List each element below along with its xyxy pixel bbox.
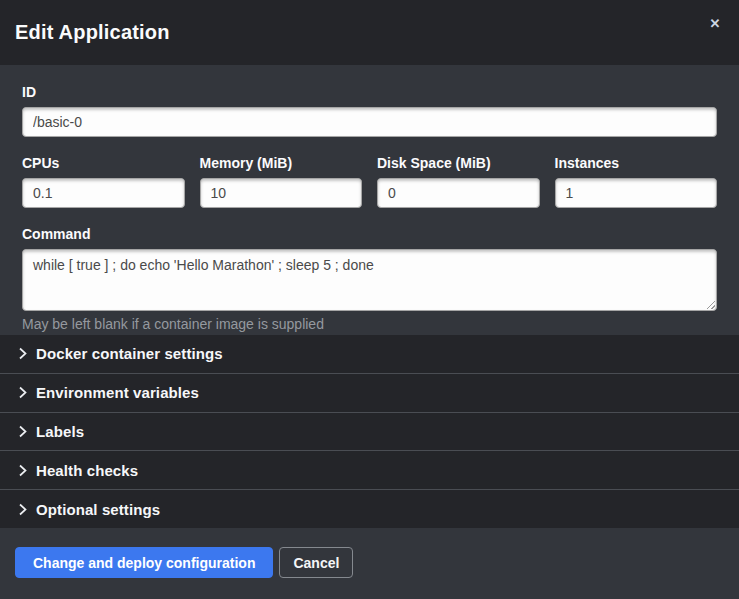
- collapsible-sections: Docker container settings Environment va…: [0, 335, 739, 528]
- cpus-field-group: CPUs: [22, 155, 185, 208]
- id-label: ID: [22, 84, 717, 100]
- section-health-checks[interactable]: Health checks: [0, 450, 739, 489]
- command-textarea[interactable]: while [ true ] ; do echo 'Hello Marathon…: [22, 249, 717, 311]
- chevron-right-icon: [18, 464, 27, 477]
- instances-input[interactable]: [555, 178, 718, 208]
- section-label: Labels: [36, 423, 84, 440]
- section-environment-variables[interactable]: Environment variables: [0, 373, 739, 412]
- modal-header: Edit Application ✕: [0, 0, 739, 65]
- command-field-group: Command while [ true ] ; do echo 'Hello …: [22, 226, 717, 333]
- memory-label: Memory (MiB): [200, 155, 363, 171]
- cpus-input[interactable]: [22, 178, 185, 208]
- section-label: Environment variables: [36, 384, 199, 401]
- instances-field-group: Instances: [555, 155, 718, 208]
- close-icon[interactable]: ✕: [705, 13, 725, 33]
- disk-field-group: Disk Space (MiB): [377, 155, 540, 208]
- modal-title: Edit Application: [15, 21, 170, 44]
- section-label: Health checks: [36, 462, 138, 479]
- command-help-text: May be left blank if a container image i…: [22, 316, 717, 333]
- edit-application-modal: Edit Application ✕ ID CPUs Memory (MiB) …: [0, 0, 739, 599]
- disk-input[interactable]: [377, 178, 540, 208]
- cpus-label: CPUs: [22, 155, 185, 171]
- chevron-right-icon: [18, 425, 27, 438]
- chevron-right-icon: [18, 347, 27, 360]
- section-docker-container-settings[interactable]: Docker container settings: [0, 335, 739, 373]
- change-and-deploy-button[interactable]: Change and deploy configuration: [15, 547, 273, 578]
- command-label: Command: [22, 226, 717, 242]
- command-textarea-wrap: while [ true ] ; do echo 'Hello Marathon…: [22, 249, 717, 311]
- id-field-group: ID: [22, 84, 717, 137]
- modal-footer: Change and deploy configuration Cancel: [0, 528, 739, 599]
- chevron-right-icon: [18, 386, 27, 399]
- memory-input[interactable]: [200, 178, 363, 208]
- disk-label: Disk Space (MiB): [377, 155, 540, 171]
- chevron-right-icon: [18, 503, 27, 516]
- resources-row: CPUs Memory (MiB) Disk Space (MiB) Insta…: [22, 155, 717, 208]
- section-label: Docker container settings: [36, 345, 223, 362]
- memory-field-group: Memory (MiB): [200, 155, 363, 208]
- section-labels[interactable]: Labels: [0, 412, 739, 451]
- section-label: Optional settings: [36, 501, 160, 518]
- instances-label: Instances: [555, 155, 718, 171]
- id-input[interactable]: [22, 107, 717, 137]
- section-optional-settings[interactable]: Optional settings: [0, 489, 739, 528]
- cancel-button[interactable]: Cancel: [279, 547, 353, 578]
- modal-body: ID CPUs Memory (MiB) Disk Space (MiB) In…: [0, 65, 739, 335]
